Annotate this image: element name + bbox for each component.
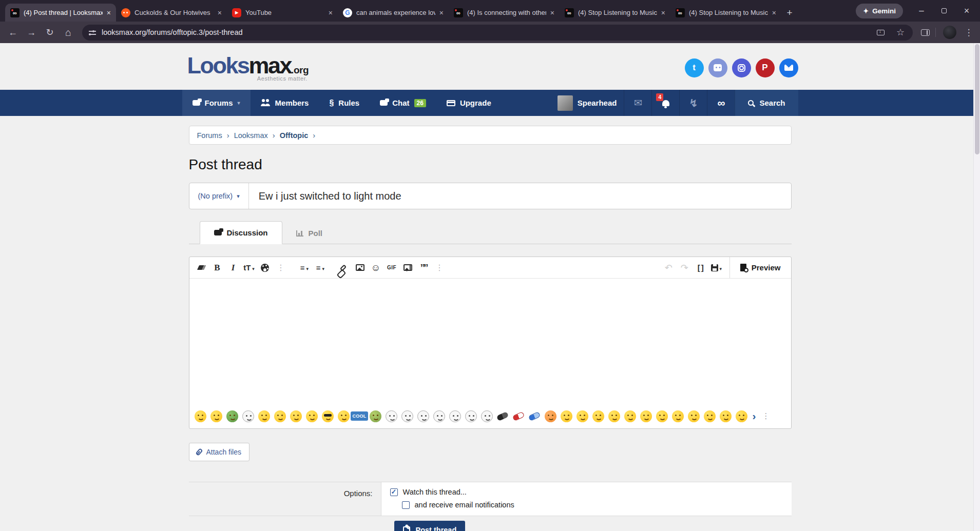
home-button[interactable] [60,24,77,41]
emoji-wojak-2[interactable] [399,409,415,423]
emoji-blush[interactable] [256,409,272,423]
browser-tab[interactable]: ▶YouTube× [227,4,338,22]
emoji-smug-wojak[interactable] [479,409,495,423]
page-scrollbar[interactable] [973,43,980,531]
bold-button[interactable]: B [210,260,224,276]
email-icon[interactable] [779,58,798,77]
emoji-tongue-out[interactable] [304,409,320,423]
user-menu[interactable]: Spearhead [550,90,624,116]
drafts-button[interactable] [709,260,723,276]
emoji-unamused[interactable] [734,409,750,423]
media-button[interactable] [401,260,415,276]
emoji-rofl-2[interactable] [622,409,638,423]
thread-title-input[interactable]: Ew i just switched to light mode [249,183,791,209]
tab-close-icon[interactable]: × [550,9,554,17]
editor-body[interactable] [189,279,791,408]
tab-poll[interactable]: Poll [282,222,337,244]
browser-tab[interactable]: ∞(4) Stop Listening to Music | L× [560,4,670,22]
preview-button[interactable]: Preview [729,257,791,278]
quick-actions-button[interactable] [679,90,707,116]
emoji-grin[interactable] [590,409,606,423]
emoji-cool-badge[interactable]: COOL [352,409,368,423]
post-thread-button[interactable]: Post thread [394,521,466,531]
tab-close-icon[interactable]: × [329,9,333,17]
emoji-frown[interactable] [686,409,702,423]
smilies-button[interactable]: ☺ [369,260,383,276]
theme-toggle-button[interactable] [707,90,735,116]
emoji-joy[interactable] [193,409,208,423]
more-options-button[interactable]: ⋮ [274,260,288,276]
emoji-worried[interactable] [718,409,734,423]
tab-close-icon[interactable]: × [439,9,444,17]
alignment-button[interactable]: ≡ [314,260,328,276]
browser-tab[interactable]: ∞(4) Is connecting with other h× [449,4,560,22]
bookmark-star-button[interactable] [893,26,908,39]
emoji-frown-2[interactable] [702,409,718,423]
site-info-icon[interactable] [89,29,96,35]
emoji-slight-smile[interactable] [559,409,574,423]
nav-item-forums[interactable]: Forums [182,90,251,116]
minimize-button[interactable] [910,0,933,22]
tab-discussion[interactable]: Discussion [200,221,282,244]
text-color-button[interactable] [258,260,272,276]
nav-item-rules[interactable]: §Rules [319,90,370,116]
instagram-icon[interactable] [732,58,751,77]
alerts-button[interactable]: 4 [651,90,679,116]
url-text[interactable]: looksmax.org/forums/offtopic.3/post-thre… [102,28,868,36]
more-button[interactable]: ⋮ [433,260,447,276]
bbcode-button[interactable]: [ ] [694,260,707,276]
scrollbar-thumb[interactable] [975,44,979,154]
emoji-laughing[interactable] [606,409,622,423]
emoji-bluepill[interactable] [527,409,543,423]
search-button[interactable]: Search [735,90,798,116]
tab-close-icon[interactable]: × [661,9,665,17]
maximize-button[interactable] [933,0,955,22]
email-notifications-checkbox[interactable] [402,501,410,509]
emoji-redpill[interactable] [511,409,527,423]
attach-files-button[interactable]: Attach files [189,443,249,461]
list-button[interactable]: ≡ [298,260,312,276]
browser-menu-button[interactable] [962,26,976,39]
emoji-pepe-frog[interactable] [224,409,240,423]
breadcrumb-link[interactable]: Looksmax [234,131,268,140]
install-button[interactable] [873,26,888,39]
gemini-button[interactable]: Gemini [856,4,903,18]
quote-button[interactable]: ”” [417,260,431,276]
breadcrumb-link[interactable]: Forums [197,131,222,140]
browser-tab[interactable]: ∞(4) Stop Listening to Music | L× [670,4,781,22]
undo-button[interactable]: ↶ [662,260,676,276]
site-logo[interactable]: Looksmax.org Aesthetics matter. [187,54,309,82]
browser-profile-avatar[interactable] [943,26,956,39]
emoji-wink[interactable] [336,409,352,423]
browser-tab[interactable]: ∞(4) Post thread | Looksmax.or× [5,4,116,22]
emoji-rofl[interactable] [208,409,224,423]
italic-button[interactable]: I [226,260,240,276]
browser-tab[interactable]: Gcan animals experience love t× [338,4,449,22]
remove-format-button[interactable] [195,260,208,276]
emoji-star-struck[interactable] [654,409,670,423]
emoji-laughing-wojak[interactable] [431,409,447,423]
twitter-icon[interactable]: t [685,58,704,77]
emoji-sunglasses[interactable] [320,409,336,423]
discord-icon[interactable] [708,58,727,77]
breadcrumb-link[interactable]: Offtopic [280,131,309,140]
link-button[interactable] [337,260,351,276]
emoji-tongue-2[interactable] [574,409,590,423]
watch-thread-checkbox[interactable] [390,488,398,496]
forward-button[interactable] [23,24,40,41]
address-bar[interactable]: looksmax.org/forums/offtopic.3/post-thre… [82,25,913,41]
nav-item-members[interactable]: Members [251,90,319,116]
emoji-cry[interactable] [272,409,288,423]
gif-button[interactable]: GIF [385,260,399,276]
reload-button[interactable] [41,24,59,41]
emoji-crying-wojak[interactable] [415,409,431,423]
emoji-shrek[interactable] [368,409,383,423]
emoji-laugh-tears[interactable] [288,409,304,423]
redo-button[interactable]: ↷ [678,260,691,276]
emoji-scroll-right-button[interactable] [753,410,756,422]
close-window-button[interactable] [955,0,978,22]
nav-item-upgrade[interactable]: Upgrade [436,90,502,116]
font-size-button[interactable]: tT [242,260,256,276]
emoji-winking[interactable] [670,409,686,423]
new-tab-button[interactable] [781,4,798,22]
